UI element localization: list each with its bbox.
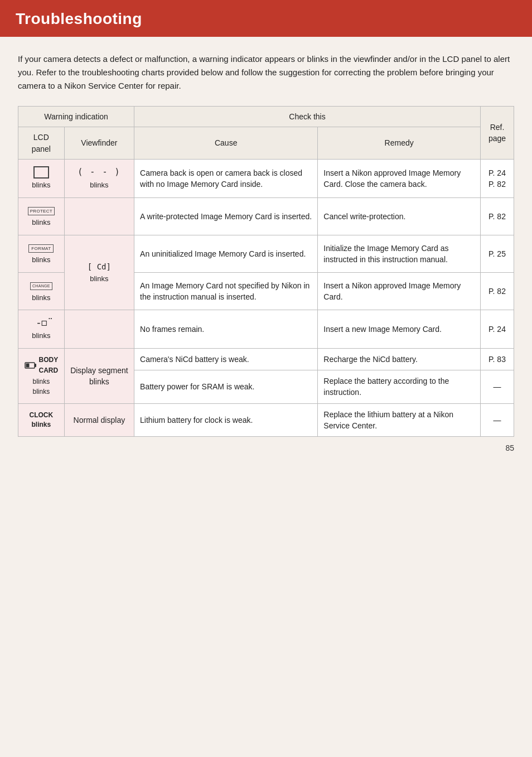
svg-rect-2 xyxy=(26,363,29,367)
ref-cell-row6a: P. 83 xyxy=(481,348,514,370)
table-row: CLOCK blinks Normal display Lithium batt… xyxy=(18,404,514,437)
remedy-cell-row6a: Recharge the NiCd battery. xyxy=(318,348,481,370)
ref-cell-row2: P. 82 xyxy=(481,198,514,235)
frame-icon: -◻̈ xyxy=(36,316,47,328)
lcd-cell-row5: -◻̈ blinks xyxy=(18,310,65,348)
header-ref: Ref. page xyxy=(481,107,514,160)
battery-icon xyxy=(25,361,37,369)
cause-cell-row7: Lithium battery for clock is weak. xyxy=(134,404,318,437)
viewfinder-cell-row6: Display segment blinks xyxy=(64,348,134,404)
ref-cell-row3: P. 25 xyxy=(481,235,514,273)
lcd-cell-row7: CLOCK blinks xyxy=(18,404,65,437)
cause-cell-row5: No frames remain. xyxy=(134,310,318,348)
ref-cell-row5: P. 24 xyxy=(481,310,514,348)
lcd-cell-row3: FORMAT blinks xyxy=(18,235,65,273)
protect-icon: PROTECT xyxy=(28,207,55,216)
square-icon xyxy=(33,166,49,179)
cause-cell-row4: An Image Memory Card not specified by Ni… xyxy=(134,273,318,310)
lcd-cell-row2: PROTECT blinks xyxy=(18,198,65,235)
table-row: BODY CARD blinksblinks Display segment b… xyxy=(18,348,514,370)
remedy-cell-row7: Replace the lithium battery at a Nikon S… xyxy=(318,404,481,437)
blinks-label: blinks xyxy=(23,180,60,191)
viewfinder-cell-row1: ( - - ) blinks xyxy=(64,159,134,197)
sub-header-viewfinder: Viewfinder xyxy=(64,127,134,160)
viewfinder-cell-row2 xyxy=(64,198,134,235)
page-number: 85 xyxy=(18,437,514,452)
viewfinder-cell-row3: [ Cd] blinks xyxy=(64,235,134,310)
header-warning: Warning indication xyxy=(18,107,134,127)
intro-paragraph: If your camera detects a defect or malfu… xyxy=(18,52,514,93)
header-check: Check this xyxy=(134,107,481,127)
table-row: FORMAT blinks [ Cd] blinks An uninitiali… xyxy=(18,235,514,273)
ref-cell-row1: P. 24P. 82 xyxy=(481,159,514,197)
table-row: -◻̈ blinks No frames remain. Insert a ne… xyxy=(18,310,514,348)
ref-cell-row7: — xyxy=(481,404,514,437)
change-icon: CHANGE xyxy=(30,282,52,290)
format-icon: FORMAT xyxy=(28,244,54,253)
sub-header-remedy: Remedy xyxy=(318,127,481,160)
remedy-cell-row4: Insert a Nikon approved Image Memory Car… xyxy=(318,273,481,310)
cause-cell-row6a: Camera's NiCd battery is weak. xyxy=(134,348,318,370)
table-row: PROTECT blinks A write-protected Image M… xyxy=(18,198,514,235)
table-row: blinks ( - - ) blinks Camera back is ope… xyxy=(18,159,514,197)
remedy-cell-row1: Insert a Nikon approved Image Memory Car… xyxy=(318,159,481,197)
lcd-cell-row6: BODY CARD blinksblinks xyxy=(18,348,65,404)
page-title: Troubleshooting xyxy=(16,10,516,28)
header-bar: Troubleshooting xyxy=(0,0,532,37)
viewfinder-cell-row7: Normal display xyxy=(64,404,134,437)
ref-cell-row6b: — xyxy=(481,370,514,403)
sub-header-lcd: LCD panel xyxy=(18,127,65,160)
cause-cell-row3: An uninitialized Image Memory Card is in… xyxy=(134,235,318,273)
lcd-cell-row4: CHANGE blinks xyxy=(18,273,65,310)
sub-header-cause: Cause xyxy=(134,127,318,160)
remedy-cell-row6b: Replace the battery according to the ins… xyxy=(318,370,481,403)
remedy-cell-row2: Cancel write-protection. xyxy=(318,198,481,235)
cause-cell-row2: A write-protected Image Memory Card is i… xyxy=(134,198,318,235)
cause-cell-row1: Camera back is open or camera back is cl… xyxy=(134,159,318,197)
remedy-cell-row3: Initialize the Image Memory Card as inst… xyxy=(318,235,481,273)
troubleshooting-table: Warning indication Check this Ref. page … xyxy=(18,106,514,437)
remedy-cell-row5: Insert a new Image Memory Card. xyxy=(318,310,481,348)
svg-rect-1 xyxy=(35,364,36,367)
ref-cell-row4: P. 82 xyxy=(481,273,514,310)
viewfinder-cell-row5 xyxy=(64,310,134,348)
cause-cell-row6b: Battery power for SRAM is weak. xyxy=(134,370,318,403)
lcd-cell-row1: blinks xyxy=(18,159,65,197)
